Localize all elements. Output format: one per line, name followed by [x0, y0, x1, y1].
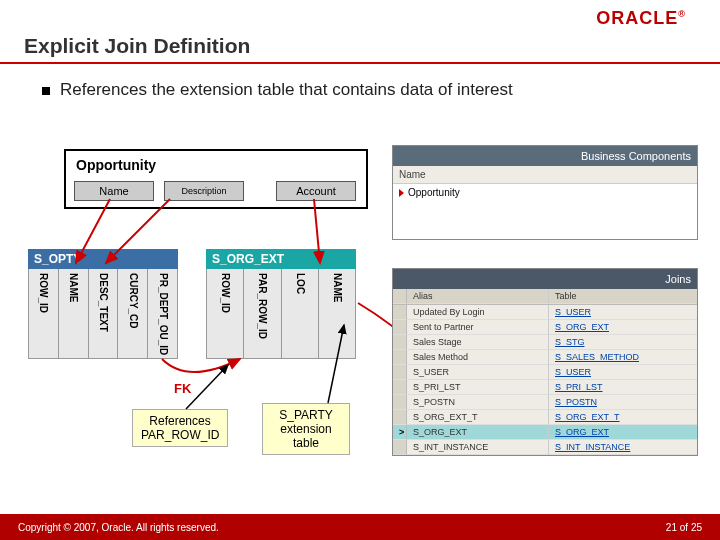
column: DESC_TEXT — [89, 269, 119, 358]
table-row[interactable]: Sent to PartnerS_ORG_EXT — [393, 320, 697, 335]
table-row[interactable]: S_INT_INSTANCES_INT_INSTANCE — [393, 440, 697, 455]
column: PAR_ROW_ID — [244, 269, 281, 358]
table-header-row: Alias Table — [393, 289, 697, 305]
col-alias: Alias — [407, 289, 549, 304]
cell-alias: S_USER — [407, 365, 549, 380]
opportunity-label: Opportunity — [76, 157, 156, 173]
table-row[interactable]: Sales StageS_STG — [393, 335, 697, 350]
bullet-text: References the extension table that cont… — [60, 80, 513, 100]
column: LOC — [282, 269, 319, 358]
cell-alias: Sales Stage — [407, 335, 549, 350]
column: ROW_ID — [29, 269, 59, 358]
cell-table-link[interactable]: S_ORG_EXT — [549, 425, 697, 440]
bullet-square-icon — [42, 87, 50, 95]
table-row[interactable]: S_USERS_USER — [393, 365, 697, 380]
table-row[interactable]: Updated By LoginS_USER — [393, 305, 697, 320]
cell-alias: Sales Method — [407, 350, 549, 365]
diagram-area: Opportunity Name Description Account S_O… — [28, 145, 388, 475]
cell-alias: S_PRI_LST — [407, 380, 549, 395]
callout-party-ext: S_PARTY extension table — [262, 403, 350, 455]
cell-alias: Sent to Partner — [407, 320, 549, 335]
column: ROW_ID — [207, 269, 244, 358]
fk-label: FK — [174, 381, 191, 396]
copyright-text: Copyright © 2007, Oracle. All rights res… — [18, 522, 219, 533]
page-indicator: 21 of 25 — [666, 522, 702, 533]
panel-empty-area — [393, 201, 697, 239]
selected-indicator-icon — [399, 189, 404, 197]
table-row[interactable]: >S_ORG_EXTS_ORG_EXT — [393, 425, 697, 440]
field-name: Name — [74, 181, 154, 201]
panel-title: Joins — [393, 269, 697, 289]
column-header: Name — [393, 166, 697, 184]
table-s-org-ext: S_ORG_EXT ROW_ID PAR_ROW_ID LOC NAME — [206, 249, 356, 359]
column: CURCY_CD — [118, 269, 148, 358]
cell-table-link[interactable]: S_ORG_EXT_T — [549, 410, 697, 425]
cell-table-link[interactable]: S_POSTN — [549, 395, 697, 410]
table-row[interactable]: S_ORG_EXT_TS_ORG_EXT_T — [393, 410, 697, 425]
table-row[interactable]: S_PRI_LSTS_PRI_LST — [393, 380, 697, 395]
slide-title: Explicit Join Definition — [24, 34, 250, 58]
opportunity-box: Opportunity Name Description Account — [64, 149, 368, 209]
cell-alias: Updated By Login — [407, 305, 549, 320]
column: NAME — [59, 269, 89, 358]
cell-table-link[interactable]: S_STG — [549, 335, 697, 350]
business-components-panel: Business Components Name Opportunity — [392, 145, 698, 240]
cell-table-link[interactable]: S_ORG_EXT — [549, 320, 697, 335]
cell-alias: S_ORG_EXT — [407, 425, 549, 440]
cell-table-link[interactable]: S_SALES_METHOD — [549, 350, 697, 365]
col-table: Table — [549, 289, 697, 304]
list-row[interactable]: Opportunity — [393, 184, 697, 201]
footer-bar: Copyright © 2007, Oracle. All rights res… — [0, 514, 720, 540]
cell-table-link[interactable]: S_USER — [549, 305, 697, 320]
field-account: Account — [276, 181, 356, 201]
field-description: Description — [164, 181, 244, 201]
bullet-item: References the extension table that cont… — [42, 80, 690, 100]
title-rule — [0, 62, 720, 64]
table-header: S_OPTY — [28, 249, 178, 269]
callout-references: References PAR_ROW_ID — [132, 409, 228, 447]
column: PR_DEPT_OU_ID — [148, 269, 177, 358]
oracle-logo: ORACLE® — [596, 8, 686, 29]
cell-alias: S_POSTN — [407, 395, 549, 410]
panel-title: Business Components — [393, 146, 697, 166]
table-header: S_ORG_EXT — [206, 249, 356, 269]
cell-table-link[interactable]: S_PRI_LST — [549, 380, 697, 395]
cell-table-link[interactable]: S_INT_INSTANCE — [549, 440, 697, 455]
row-text: Opportunity — [408, 187, 460, 198]
cell-alias: S_INT_INSTANCE — [407, 440, 549, 455]
cell-alias: S_ORG_EXT_T — [407, 410, 549, 425]
joins-panel: Joins Alias Table Updated By LoginS_USER… — [392, 268, 698, 456]
column: NAME — [319, 269, 355, 358]
table-s-opty: S_OPTY ROW_ID NAME DESC_TEXT CURCY_CD PR… — [28, 249, 178, 359]
cell-table-link[interactable]: S_USER — [549, 365, 697, 380]
table-row[interactable]: S_POSTNS_POSTN — [393, 395, 697, 410]
table-row[interactable]: Sales MethodS_SALES_METHOD — [393, 350, 697, 365]
